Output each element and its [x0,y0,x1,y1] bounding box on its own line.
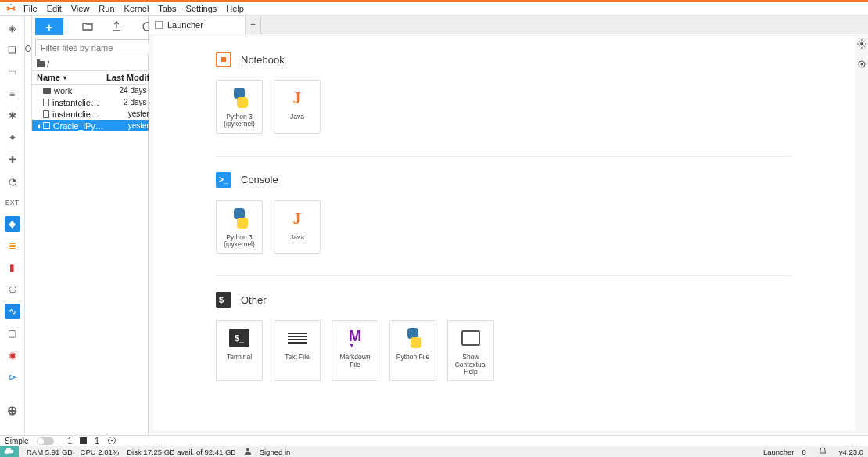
breadcrumb-path: / [47,59,49,69]
ext-doc-red-icon[interactable]: ▮ [5,260,20,275]
menu-view[interactable]: View [66,4,95,13]
card-label: Terminal [227,354,252,361]
simple-label: Simple [5,437,29,445]
sort-down-icon: ▾ [63,74,66,81]
debugger-icon[interactable] [857,59,866,69]
menu-edit[interactable]: Edit [42,4,66,13]
list-icon[interactable]: ≡ [5,86,20,102]
menu-run[interactable]: Run [94,4,119,13]
signed-in-label: Signed in [260,448,291,456]
file-filter-input[interactable] [39,42,150,53]
status-launcher-n: 0 [802,448,806,456]
launcher-card[interactable]: JJava [274,80,321,134]
ext-box-green-icon[interactable]: ▢ [5,326,20,341]
breadcrumb[interactable]: / [32,58,167,70]
file-icon [43,110,49,118]
simple-toggle[interactable] [37,437,54,445]
ext-sql-icon[interactable]: ⎔ [5,282,20,297]
other-badge-icon: $_ [216,292,231,308]
launcher-card[interactable]: JJava [274,200,321,254]
cube-icon[interactable]: ◈ [5,20,20,36]
ext-bars-icon[interactable]: ≣ [5,238,20,254]
launcher-card[interactable]: $_Terminal [216,320,263,381]
python-icon [403,328,423,348]
card-label: Python 3 (ipykernel) [218,113,260,128]
card-label: Python File [396,354,430,361]
add-icon[interactable]: ⊕ [5,402,20,418]
file-name: work [54,86,72,95]
version-label: v4.23.0 [839,448,863,456]
upload-icon[interactable] [112,21,123,32]
menu-file[interactable]: File [19,4,42,13]
launcher-card[interactable]: Python 3 (ipykernel) [216,80,263,134]
ext-pulse-icon[interactable]: ∿ [5,304,20,319]
ram-label: RAM 5.91 GB [27,448,73,456]
svg-point-7 [110,439,113,441]
menu-kernel[interactable]: Kernel [120,4,154,13]
section-title-other: Other [241,294,267,306]
launcher-card[interactable]: Show Contextual Help [447,320,494,381]
user-icon [244,447,252,456]
file-filter[interactable] [35,39,163,56]
folder-icon [37,61,45,67]
running-dot-icon[interactable] [25,45,31,52]
ext-shield-icon[interactable]: ◉ [5,347,20,363]
atom-icon[interactable]: ✱ [5,108,20,124]
car-icon[interactable]: ▭ [5,64,20,80]
launcher-tab-icon [155,21,163,29]
svg-point-3 [860,42,863,45]
launcher-card[interactable]: Python File [389,320,436,381]
card-label: Show Contextual Help [450,354,492,376]
menu-settings[interactable]: Settings [181,4,222,13]
python-icon [229,88,249,108]
tabs-count: 1 [68,437,73,445]
ext-square-icon[interactable]: ◆ [5,216,20,232]
svg-point-8 [246,448,249,452]
ext-vscode-icon[interactable]: ⊳ [5,369,20,385]
textfile-icon [288,329,307,347]
property-inspector-icon[interactable] [857,39,866,49]
python-icon [229,208,249,228]
filebrowser-toolbar: + [32,16,167,38]
new-launcher-button[interactable]: + [35,18,63,35]
menu-tabs[interactable]: Tabs [153,4,181,13]
console-badge-icon: >_ [216,172,231,188]
launcher-card[interactable]: Text File [274,320,321,381]
tab-label: Launcher [167,20,203,30]
menu-help[interactable]: Help [221,4,249,13]
new-folder-icon[interactable] [82,21,93,32]
notebook-badge-icon [216,52,231,67]
launcher-card[interactable]: Python 3 (ipykernel) [216,200,263,254]
cpu-label: CPU 2.01% [81,448,120,456]
status-launcher-label: Launcher [763,448,794,456]
folder-icon [43,88,51,94]
file-name: instantclie… [52,110,99,119]
disk-label: Disk 17.25 GB avail. of 92.41 GB [127,448,235,456]
launcher-card[interactable]: MMarkdown File [332,320,378,381]
right-sidebar [855,36,868,80]
file-row[interactable]: ●Oracle_iPy…yesterday [32,120,167,131]
cloud-icon[interactable] [0,446,19,457]
tab-launcher[interactable]: Launcher [149,16,246,34]
notebook-icon [43,122,50,129]
markdown-icon: M [349,327,362,349]
layers-icon[interactable]: ❑ [5,42,20,58]
file-row[interactable]: instantclie…2 days ago [32,96,167,108]
file-list-header[interactable]: Name ▾ Last Modified [32,70,167,85]
bell-icon[interactable] [819,447,827,456]
tab-bar: Launcher + [149,16,868,34]
add-tab-button[interactable]: + [246,16,261,34]
help-icon [461,330,480,346]
puzzle-icon[interactable]: ✚ [5,152,20,167]
work-area: Launcher + Notebook Python 3 (ipykernel)… [149,16,868,435]
file-row[interactable]: instantclie…yesterday [32,108,167,120]
kernel-icon [107,436,117,447]
graduation-icon[interactable]: ✦ [5,130,20,146]
card-label: Python 3 (ipykernel) [218,234,260,249]
statusbar-upper: Simple 1 1 [0,435,868,446]
kernel-count: 1 [95,437,99,445]
java-icon: J [293,208,302,228]
file-row[interactable]: work24 days ago [32,85,167,96]
clock-icon[interactable]: ◔ [5,174,20,189]
activity-bar: ◈ ❑ ▭ ≡ ✱ ✦ ✚ ◔ EXT ◆ ≣ ▮ ⎔ ∿ ▢ ◉ ⊳ ⊕ [0,16,25,435]
